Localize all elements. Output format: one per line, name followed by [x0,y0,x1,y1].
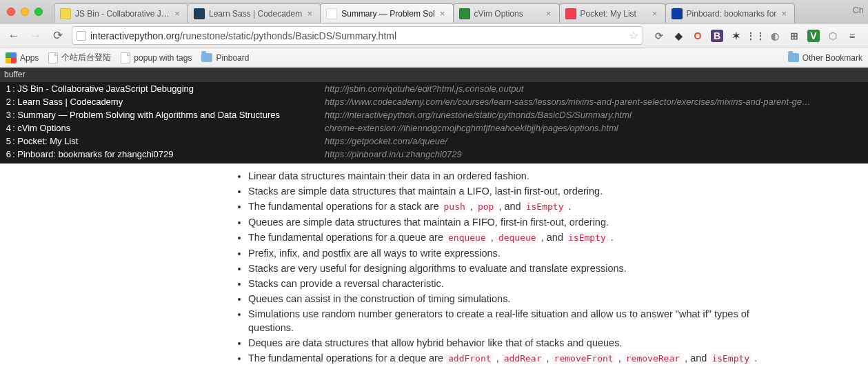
list-item: Simulations use random number generators… [248,307,772,335]
list-item: Queues are simple data structures that m… [248,215,772,229]
tab-title: JS Bin - Collaborative Jav [75,9,170,19]
reload-button[interactable]: ⟳ [50,28,66,44]
list-item: Stacks are very useful for designing alg… [248,261,772,275]
buffer-url: https://getpocket.com/a/queue/ [325,135,864,148]
tab-5[interactable]: Pinboard: bookmarks for× [665,3,796,23]
back-button[interactable]: ← [6,28,22,44]
toolbar: ← → ⟳ interactivepython.org/runestone/st… [0,23,868,48]
tab-close-icon[interactable]: × [438,9,447,19]
code-literal: dequeue [496,232,538,244]
tab-3[interactable]: cVim Options× [453,3,560,23]
tab-0[interactable]: JS Bin - Collaborative Jav× [54,3,188,23]
bookmark-item[interactable]: Pinboard [201,53,249,63]
buffer-url: http://interactivepython.org/runestone/s… [325,108,864,121]
page-content: Linear data structures maintain their da… [0,163,868,367]
buffer-title: : Pocket: My List [11,135,325,148]
window-maximize-button[interactable] [34,8,43,16]
window-controls [7,8,43,16]
forward-button[interactable]: → [28,28,44,44]
vim-ext-icon[interactable]: V [807,30,820,42]
buffer-title: : Learn Sass | Codecademy [11,95,325,108]
code-literal: removeRear [624,353,682,364]
site-info-icon[interactable] [77,31,86,41]
bookmark-star-icon[interactable]: ☆ [629,29,638,42]
code-literal: enqueue [446,232,488,244]
tab-4[interactable]: Pocket: My List× [559,3,666,23]
bookmark-label: popup with tags [134,53,192,63]
extension-icon-1[interactable]: ⟳ [653,30,665,42]
favicon [60,8,71,19]
buffer-index: 4 [4,121,11,135]
list-item: The fundamental operations for a deque a… [248,351,772,366]
buffer-row[interactable]: 2: Learn Sass | Codecademyhttps://www.co… [0,95,868,108]
tab-close-icon[interactable]: × [779,9,789,19]
bookmarks-bar: Apps 个站后台登陆popup with tagsPinboard Other… [0,48,868,68]
tab-2[interactable]: Summary — Problem Sol× [320,3,453,23]
tab-title: Pocket: My List [581,9,647,19]
buffer-title: : Summary — Problem Solving with Algorit… [11,108,325,121]
tab-close-icon[interactable]: × [172,9,182,19]
buffer-row[interactable]: 4: cVim Optionschrome-extension://ihlenn… [0,121,868,135]
list-item: Linear data structures maintain their da… [248,169,772,183]
apps-button[interactable]: Apps [6,52,39,63]
ublock-ext-icon[interactable]: O [692,30,704,42]
list-item: The fundamental operations for a queue a… [248,230,772,245]
buffer-index: 3 [4,108,11,121]
code-literal: push [442,201,467,212]
page-icon [121,52,130,63]
list-item: Stacks can provide a reversal characteri… [248,277,772,290]
other-bookmarks[interactable]: Other Bookmark [788,53,862,63]
buffer-row[interactable]: 6: Pinboard: bookmarks for zhangchi0729h… [0,148,868,161]
extension-icon-8[interactable]: ⊞ [788,30,800,42]
list-item: Queues can assist in the construction of… [248,292,772,306]
bookmark-label: Pinboard [216,53,249,63]
code-literal: isEmpty [709,353,751,364]
buffer-index: 1 [4,82,11,95]
omnibox[interactable]: interactivepython.org/runestone/static/p… [72,26,643,45]
extension-icon-5[interactable]: ✶ [730,30,743,42]
tab-title: Pinboard: bookmarks for [687,9,777,19]
tab-1[interactable]: Learn Sass | Codecadem× [188,3,321,23]
buffer-title: : Pinboard: bookmarks for zhangchi0729 [11,148,325,161]
buffer-row[interactable]: 3: Summary — Problem Solving with Algori… [0,108,868,121]
extension-icon-7[interactable]: ◐ [769,30,781,42]
code-literal: removeFront [552,353,616,364]
tab-close-icon[interactable]: × [544,9,554,19]
menu-icon[interactable]: ≡ [846,30,858,42]
code-literal: pop [476,201,496,212]
list-item: The fundamental operations for a stack a… [248,199,772,214]
favicon [459,8,470,19]
list-item: Prefix, infix, and postfix are all ways … [248,246,772,260]
bookmark-item[interactable]: 个站后台登陆 [48,52,111,63]
buffer-row[interactable]: 5: Pocket: My Listhttps://getpocket.com/… [0,135,868,148]
tab-close-icon[interactable]: × [650,9,660,19]
favicon [565,8,576,19]
buffer-row[interactable]: 1: JS Bin - Collaborative JavaScript Deb… [0,82,868,95]
list-item: Stacks are simple data structures that m… [248,184,772,198]
chrome-user-label: Ch [852,5,868,18]
favicon [194,8,205,19]
buffer-url: http://jsbin.com/qotuhe/edit?html,js,con… [325,82,864,95]
buffer-title: : cVim Options [11,121,325,135]
list-item: Deques are data structures that allow hy… [248,336,772,350]
folder-icon [788,53,799,62]
tab-title: Learn Sass | Codecadem [209,9,302,19]
window-close-button[interactable] [7,8,15,16]
folder-icon [201,53,212,62]
bookmark-item[interactable]: popup with tags [121,52,192,63]
pocket-ext-icon[interactable]: ◆ [672,30,685,42]
bootstrap-ext-icon[interactable]: B [711,30,723,42]
extension-icons: ⟳◆OB✶⋮⋮◐⊞V⬡≡ [649,30,862,42]
extension-icon-6[interactable]: ⋮⋮ [749,30,762,42]
buffer-index: 5 [4,135,11,148]
buffer-header: buffer [0,68,868,82]
extension-icon-10[interactable]: ⬡ [827,30,839,42]
favicon [326,8,337,19]
new-tab-button[interactable] [797,6,815,23]
code-literal: addFront [446,353,494,364]
bookmark-label: 个站后台登陆 [61,52,111,63]
code-literal: addRear [502,353,544,364]
tab-close-icon[interactable]: × [305,9,314,19]
other-bookmarks-label: Other Bookmark [803,53,862,63]
window-minimize-button[interactable] [21,8,29,16]
